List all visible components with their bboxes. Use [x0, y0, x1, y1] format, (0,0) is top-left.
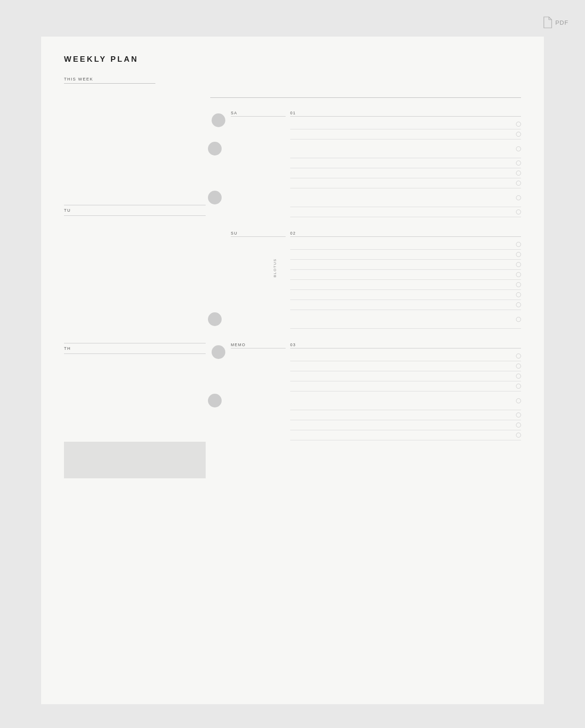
date03-line	[290, 348, 521, 348]
task-circle	[516, 195, 521, 200]
task-circle	[516, 242, 521, 247]
tasks-03-col: 03	[290, 343, 521, 440]
th-section: TH	[64, 343, 206, 354]
date02-line	[290, 236, 521, 237]
task-circle	[516, 374, 521, 379]
su-label: SU	[231, 231, 286, 236]
task-item	[290, 351, 521, 361]
task-circle	[516, 292, 521, 297]
task-item	[290, 178, 521, 188]
task-circle	[516, 132, 521, 137]
task-circle	[516, 317, 521, 322]
task-item	[290, 158, 521, 168]
task-circle	[516, 181, 521, 186]
right-panel: SA 01	[206, 111, 521, 478]
circle-memo-1	[212, 345, 225, 359]
sa-line	[231, 116, 286, 117]
task-circle	[516, 171, 521, 176]
task-item	[290, 119, 521, 129]
task-circle	[516, 412, 521, 418]
task-circle	[516, 353, 521, 359]
task-circle	[516, 384, 521, 389]
pdf-label: PDF	[555, 19, 569, 26]
task-item	[290, 391, 521, 410]
task-circle	[516, 262, 521, 267]
task-item	[290, 300, 521, 310]
task-circle	[516, 146, 521, 151]
gray-decorative-block	[64, 442, 206, 478]
task-item	[290, 371, 521, 381]
th-top-line	[64, 343, 206, 343]
task-item	[290, 260, 521, 270]
pdf-file-icon	[542, 16, 553, 28]
circle-sa-1	[212, 113, 225, 127]
task-circle	[516, 433, 521, 438]
task-circle	[516, 122, 521, 127]
memo-label: MEMO	[231, 343, 286, 347]
task-item	[290, 270, 521, 280]
su-label-col: SU	[231, 231, 290, 329]
task-item	[290, 280, 521, 290]
sa-label: SA	[231, 111, 286, 115]
date-03: 03	[290, 343, 521, 347]
task-circle	[516, 302, 521, 307]
sa-label-col: SA	[231, 111, 290, 217]
task-circle	[516, 364, 521, 369]
su-row: SU BLOTUS 02	[206, 231, 521, 329]
memo-label-col: MEMO	[231, 343, 290, 440]
th-bottom-line	[64, 353, 206, 354]
sa-row: SA 01	[206, 111, 521, 217]
task-circle	[516, 161, 521, 166]
page-container: WEEKLY PLAN THIS WEEK TU TH	[41, 37, 544, 704]
task-item	[290, 240, 521, 250]
this-week-section: THIS WEEK	[64, 77, 521, 84]
tu-section: TU	[64, 205, 206, 216]
left-memo-spacer	[64, 359, 206, 442]
tu-label: TU	[64, 208, 206, 213]
left-top-spacer	[64, 111, 206, 202]
task-circle	[516, 398, 521, 403]
tasks-02-col: BLOTUS 02	[290, 231, 521, 329]
task-item	[290, 290, 521, 300]
memo-line	[231, 348, 286, 348]
date-01: 01	[290, 111, 521, 115]
circle-tu	[208, 191, 222, 204]
task-item	[290, 139, 521, 158]
task-item	[290, 188, 521, 207]
this-week-label: THIS WEEK	[64, 77, 521, 81]
task-circle	[516, 252, 521, 257]
task-item	[290, 310, 521, 329]
circle-th	[208, 312, 222, 326]
memo-row: MEMO 03	[206, 343, 521, 440]
left-su-spacer	[64, 221, 206, 340]
task-item	[290, 430, 521, 440]
su-line	[231, 236, 286, 237]
task-item	[290, 361, 521, 371]
memo-circles-col	[206, 343, 231, 440]
top-divider	[210, 97, 521, 98]
page-title: WEEKLY PLAN	[64, 55, 521, 64]
circle-memo-2	[208, 394, 222, 407]
task-item	[290, 168, 521, 178]
pdf-button[interactable]: PDF	[542, 16, 569, 28]
tasks-01-col: 01	[290, 111, 521, 217]
date01-line	[290, 116, 521, 117]
task-item	[290, 250, 521, 260]
main-content: TU TH	[64, 111, 521, 478]
blotus-container: BLOTUS	[273, 249, 277, 278]
task-item	[290, 129, 521, 139]
circle-sa-2	[208, 142, 222, 155]
tu-top-line	[64, 205, 206, 205]
this-week-line	[64, 83, 155, 84]
task-item	[290, 420, 521, 430]
task-item	[290, 381, 521, 391]
task-circle	[516, 272, 521, 277]
task-circle	[516, 423, 521, 428]
blotus-text: BLOTUS	[273, 258, 277, 278]
task-item	[290, 410, 521, 420]
task-circle	[516, 282, 521, 287]
th-label: TH	[64, 346, 206, 351]
task-item	[290, 207, 521, 217]
left-panel: TU TH	[64, 111, 206, 478]
tu-bottom-line	[64, 215, 206, 216]
